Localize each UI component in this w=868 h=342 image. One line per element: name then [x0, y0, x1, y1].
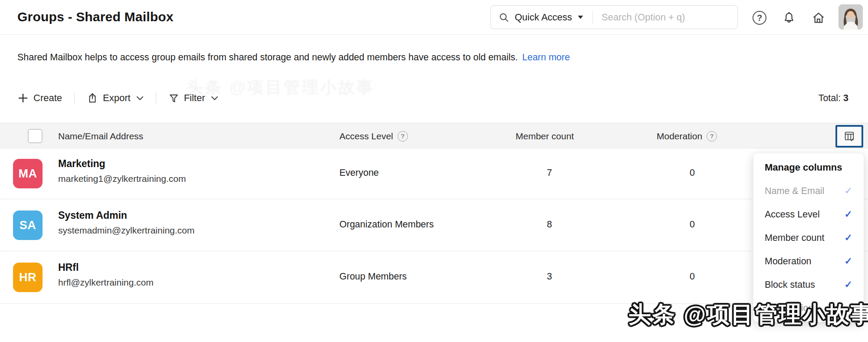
- total-count: Total:3: [819, 93, 848, 104]
- filter-label: Filter: [184, 92, 205, 104]
- filter-button[interactable]: Filter: [168, 92, 218, 104]
- column-option-more-actions[interactable]: More actions ✓: [765, 296, 852, 320]
- group-name[interactable]: Marketing: [58, 158, 105, 170]
- bell-icon: [782, 11, 796, 25]
- group-name[interactable]: System Admin: [58, 210, 127, 221]
- group-avatar: MA: [13, 159, 43, 188]
- topbar: Groups - Shared Mailbox Quick Access Sea…: [0, 0, 868, 35]
- page-title: Groups - Shared Mailbox: [17, 10, 174, 24]
- column-option-name-email: Name & Email ✓: [765, 179, 852, 203]
- column-option-label: More actions: [765, 303, 818, 314]
- header-moderation: Moderation ?: [657, 123, 717, 149]
- moderation-value: 0: [676, 271, 709, 282]
- moderation-help-icon[interactable]: ?: [707, 131, 717, 141]
- check-icon: ✓: [845, 232, 852, 243]
- moderation-value: 0: [676, 219, 709, 230]
- header-access-level-label: Access Level: [339, 131, 393, 141]
- avatar-portrait: [838, 4, 863, 30]
- manage-columns-dropdown: Manage columns Name & Email ✓ Access Lev…: [753, 153, 864, 322]
- check-icon: ✓: [845, 279, 852, 290]
- member-count-value: 3: [533, 271, 566, 282]
- search-input[interactable]: Search (Option + q): [602, 12, 685, 23]
- column-option-label: Member count: [765, 233, 824, 243]
- home-button[interactable]: [811, 10, 826, 25]
- help-icon: ?: [753, 11, 766, 25]
- toolbar-divider: [156, 92, 156, 104]
- group-email: systemadmin@zylkertraining.com: [58, 225, 194, 236]
- access-level-value: Organization Members: [339, 219, 434, 230]
- header-name-email: Name/Email Address: [58, 123, 143, 149]
- select-all-checkbox[interactable]: [28, 129, 43, 143]
- export-label: Export: [103, 92, 131, 104]
- description-text: Shared Mailbox helps to access group ema…: [17, 52, 518, 62]
- help-button[interactable]: ?: [752, 10, 767, 25]
- column-option-label: Name & Email: [765, 186, 824, 197]
- column-option-member-count[interactable]: Member count ✓: [765, 226, 852, 250]
- column-option-moderation[interactable]: Moderation ✓: [765, 250, 852, 273]
- member-count-value: 7: [533, 168, 566, 178]
- notifications-button[interactable]: [782, 10, 796, 25]
- group-name[interactable]: HRfl: [58, 262, 79, 273]
- group-email: hrfl@zylkertraining.com: [58, 277, 154, 288]
- total-label: Total:: [819, 93, 841, 103]
- access-level-value: Everyone: [339, 168, 379, 178]
- check-icon: ✓: [845, 209, 852, 220]
- group-avatar: SA: [13, 210, 43, 240]
- column-option-label: Block status: [765, 280, 815, 290]
- export-chevron-icon: [136, 96, 144, 101]
- filter-chevron-icon: [211, 96, 218, 101]
- group-email: marketing1@zylkertraining.com: [58, 174, 186, 184]
- create-label: Create: [33, 92, 62, 104]
- total-value: 3: [843, 93, 848, 103]
- quick-access-selector[interactable]: Quick Access: [515, 12, 572, 23]
- column-option-label: Moderation: [765, 256, 812, 267]
- column-option-label: Access Level: [765, 209, 820, 220]
- plus-icon: [17, 92, 29, 104]
- header-member-count: Member count: [516, 123, 574, 149]
- learn-more-link[interactable]: Learn more: [522, 52, 570, 62]
- check-icon: ✓: [845, 185, 852, 197]
- header-name-email-label: Name/Email Address: [58, 131, 143, 141]
- check-icon: ✓: [845, 256, 852, 267]
- actions-toolbar: Create Export Filter: [17, 88, 848, 108]
- manage-columns-button[interactable]: [835, 125, 863, 148]
- table-columns-icon: [843, 130, 856, 143]
- member-count-value: 8: [533, 219, 566, 230]
- user-avatar[interactable]: [838, 4, 863, 30]
- column-option-access-level[interactable]: Access Level ✓: [765, 203, 852, 226]
- access-level-help-icon[interactable]: ?: [398, 131, 408, 141]
- page-description: Shared Mailbox helps to access group ema…: [17, 52, 570, 63]
- groups-shared-mailbox-page: Groups - Shared Mailbox Quick Access Sea…: [0, 0, 868, 342]
- access-level-value: Group Members: [339, 271, 407, 282]
- search-bar[interactable]: Quick Access Search (Option + q): [490, 5, 738, 29]
- header-member-count-label: Member count: [516, 131, 574, 141]
- toolbar-divider: [74, 92, 75, 104]
- header-access-level: Access Level ?: [339, 123, 408, 149]
- search-icon: [499, 12, 509, 23]
- create-button[interactable]: Create: [17, 92, 62, 104]
- table-row[interactable]: MA Marketing marketing1@zylkertraining.c…: [0, 148, 868, 199]
- moderation-value: 0: [676, 168, 709, 178]
- manage-columns-title: Manage columns: [765, 162, 852, 173]
- column-option-block-status[interactable]: Block status ✓: [765, 273, 852, 296]
- export-button[interactable]: Export: [87, 92, 144, 104]
- table-header: Name/Email Address Access Level ? Member…: [0, 123, 868, 148]
- home-icon: [812, 11, 825, 25]
- group-avatar: HR: [13, 263, 43, 292]
- filter-icon: [168, 93, 179, 104]
- check-icon: ✓: [845, 303, 852, 314]
- search-divider: [592, 11, 593, 24]
- quick-access-caret-icon[interactable]: [577, 15, 584, 20]
- table-row[interactable]: SA System Admin systemadmin@zylkertraini…: [0, 199, 868, 251]
- header-moderation-label: Moderation: [657, 131, 702, 141]
- export-icon: [87, 92, 98, 104]
- table-row[interactable]: HR HRfl hrfl@zylkertraining.com Group Me…: [0, 251, 868, 304]
